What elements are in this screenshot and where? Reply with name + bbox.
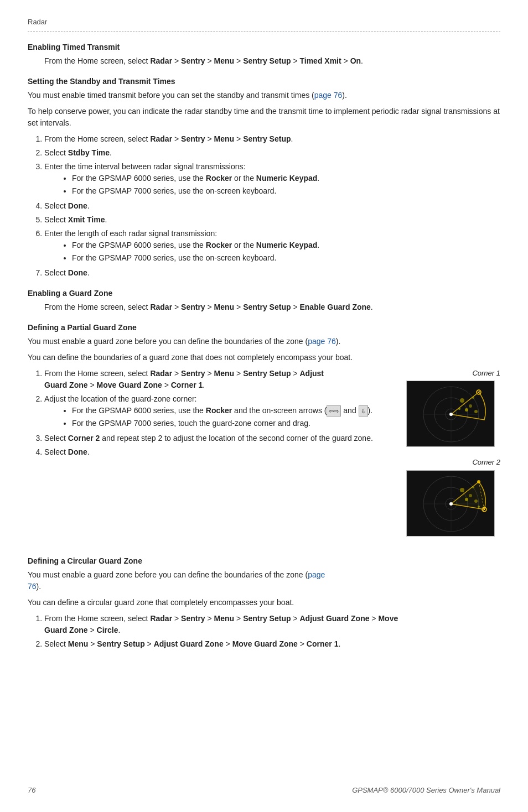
intro-partial-2: You can define the boundaries of a guard… xyxy=(28,352,500,363)
step-3: Enter the time interval between radar si… xyxy=(44,161,500,197)
partial-step-2: Adjust the location of the guard-zone co… xyxy=(44,393,395,430)
substep-6a: For the GPSMAP 6000 series, use the Rock… xyxy=(72,240,500,251)
radar-image-corner1 xyxy=(406,381,495,447)
intro-circular-1: You must enable a guard zone before you … xyxy=(28,569,500,592)
svg-point-31 xyxy=(478,506,480,508)
substep-6b: For the GPSMAP 7000 series, use the on-s… xyxy=(72,252,500,264)
corner1-caption: Corner 1 xyxy=(406,368,500,379)
steps-partial-guard-zone: From the Home screen, select Radar > Sen… xyxy=(44,368,395,459)
step-1: From the Home screen, select Radar > Sen… xyxy=(44,133,500,145)
partial-step-3: Select Corner 2 and repeat step 2 to adj… xyxy=(44,433,395,444)
svg-point-9 xyxy=(472,397,474,399)
partial-substep-2a: For the GPSMAP 6000 series, use the Rock… xyxy=(72,405,395,417)
circular-step-2: Select Menu > Sentry Setup > Adjust Guar… xyxy=(44,638,500,650)
partial-steps-col: From the Home screen, select Radar > Sen… xyxy=(28,368,395,463)
svg-point-10 xyxy=(458,408,460,410)
svg-point-8 xyxy=(465,408,468,412)
intro-standby-transmit-2: To help conserve power, you can indicate… xyxy=(28,106,500,129)
radar-image-corner2 xyxy=(406,470,495,537)
svg-point-7 xyxy=(469,404,472,408)
arrow-icon-2: ⇩ xyxy=(359,405,368,417)
substep-3b: For the GPSMAP 7000 series, use the on-s… xyxy=(72,185,500,197)
radar-svg-corner1 xyxy=(407,381,495,447)
section-enabling-timed-transmit: Enabling Timed Transmit From the Home sc… xyxy=(28,41,500,67)
substeps-6: For the GPSMAP 6000 series, use the Rock… xyxy=(72,240,500,264)
svg-point-27 xyxy=(469,494,472,497)
radar-svg-corner2 xyxy=(407,471,495,537)
partial-step-4: Select Done. xyxy=(44,446,395,458)
svg-point-32 xyxy=(449,502,453,506)
svg-point-28 xyxy=(465,498,468,501)
section-partial-guard-zone: Defining a Partial Guard Zone You must e… xyxy=(28,322,500,546)
heading-enabling-guard-zone: Enabling a Guard Zone xyxy=(28,288,500,299)
circular-step-1: From the Home screen, select Radar > Sen… xyxy=(44,613,500,636)
nav-enabling-guard-zone: From the Home screen, select Radar > Sen… xyxy=(44,301,500,313)
svg-point-6 xyxy=(460,398,464,403)
svg-point-30 xyxy=(474,499,478,503)
step-4: Select Done. xyxy=(44,200,500,212)
substep-3a: For the GPSMAP 6000 series, use the Rock… xyxy=(72,173,500,184)
intro-standby-transmit-1: You must enable timed transmit before yo… xyxy=(28,90,500,101)
partial-guard-zone-images: Corner 1 xyxy=(406,368,500,546)
footer-manual-title: GPSMAP® 6000/7000 Series Owner's Manual xyxy=(352,785,500,796)
page-label: Radar xyxy=(28,17,500,28)
link-page76-3[interactable]: page76 xyxy=(28,570,325,591)
svg-point-12 xyxy=(449,413,453,416)
substeps-3: For the GPSMAP 6000 series, use the Rock… xyxy=(72,173,500,197)
intro-circular-2: You can define a circular guard zone tha… xyxy=(28,597,500,608)
partial-substeps-2: For the GPSMAP 6000 series, use the Rock… xyxy=(72,405,395,430)
arrow-icon: ⇦⇨ xyxy=(327,405,341,417)
heading-enabling-timed-transmit: Enabling Timed Transmit xyxy=(28,41,500,53)
heading-partial-guard-zone: Defining a Partial Guard Zone xyxy=(28,322,500,334)
step-7: Select Done. xyxy=(44,267,500,279)
step-5: Select Xmit Time. xyxy=(44,214,500,226)
nav-enabling-timed-transmit: From the Home screen, select Radar > Sen… xyxy=(44,55,500,67)
svg-point-11 xyxy=(474,410,478,413)
steps-standby-transmit: From the Home screen, select Radar > Sen… xyxy=(44,133,500,279)
page-footer: 76 GPSMAP® 6000/7000 Series Owner's Manu… xyxy=(0,785,528,796)
section-enabling-guard-zone: Enabling a Guard Zone From the Home scre… xyxy=(28,288,500,313)
steps-circular-guard-zone: From the Home screen, select Radar > Sen… xyxy=(44,613,500,650)
partial-guard-zone-content: From the Home screen, select Radar > Sen… xyxy=(28,368,500,546)
step-6: Enter the length of each radar signal tr… xyxy=(44,228,500,264)
svg-point-26 xyxy=(460,488,464,492)
section-divider xyxy=(28,31,500,32)
link-page76-1[interactable]: page 76 xyxy=(314,91,343,100)
partial-substep-2b: For the GPSMAP 7000 series, touch the gu… xyxy=(72,418,395,429)
section-standby-transmit: Setting the Standby and Transmit Times Y… xyxy=(28,76,500,279)
heading-standby-transmit: Setting the Standby and Transmit Times xyxy=(28,76,500,87)
intro-partial-1: You must enable a guard zone before you … xyxy=(28,336,500,347)
section-circular-guard-zone: Defining a Circular Guard Zone You must … xyxy=(28,555,500,650)
partial-step-1: From the Home screen, select Radar > Sen… xyxy=(44,368,395,391)
footer-page-number: 76 xyxy=(28,785,35,796)
corner2-caption: Corner 2 xyxy=(406,457,500,468)
svg-point-29 xyxy=(472,486,474,488)
heading-circular-guard-zone: Defining a Circular Guard Zone xyxy=(28,555,500,567)
step-2: Select Stdby Time. xyxy=(44,147,500,159)
link-page76-2[interactable]: page 76 xyxy=(308,337,336,346)
